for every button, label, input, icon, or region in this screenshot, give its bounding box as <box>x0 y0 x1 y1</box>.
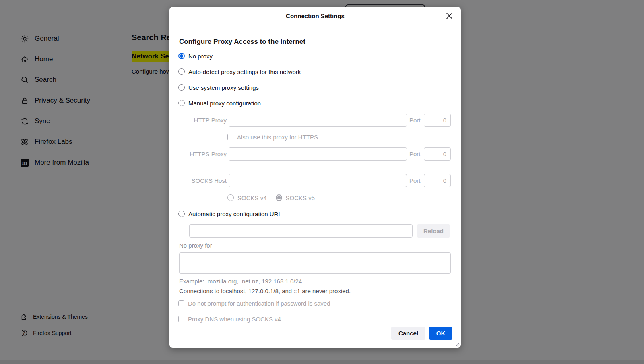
auto-url-input[interactable] <box>189 224 413 238</box>
radio-label: Automatic proxy configuration URL <box>188 211 282 217</box>
checkbox-proxy-dns[interactable]: Proxy DNS when using SOCKS v4 <box>178 315 281 323</box>
socks-version-group: SOCKS v4 SOCKS v5 <box>227 194 315 202</box>
radio-label: No proxy <box>188 53 213 60</box>
ok-button[interactable]: OK <box>429 327 452 340</box>
close-icon[interactable] <box>443 7 455 25</box>
socks-host-label: SOCKS Host <box>179 174 227 187</box>
radio-button-selected[interactable] <box>178 53 185 59</box>
https-port-label: Port <box>409 147 422 161</box>
socks-port-input[interactable] <box>424 174 451 187</box>
socks-port-label: Port <box>409 174 422 187</box>
radio-no-proxy[interactable]: No proxy <box>178 52 213 60</box>
dialog-heading: Configure Proxy Access to the Internet <box>179 38 305 46</box>
checkbox-label: Also use this proxy for HTTPS <box>237 134 318 141</box>
radio-label: Auto-detect proxy settings for this netw… <box>188 68 301 75</box>
https-proxy-input[interactable] <box>229 147 407 161</box>
radio-button[interactable] <box>178 84 185 91</box>
reload-button[interactable]: Reload <box>417 224 450 238</box>
radio-auto-url[interactable]: Automatic proxy configuration URL <box>178 210 282 218</box>
dialog-title: Connection Settings <box>169 7 461 25</box>
socks-host-input[interactable] <box>229 174 407 187</box>
no-proxy-for-label: No proxy for <box>179 242 212 249</box>
checkbox-box[interactable] <box>227 134 233 140</box>
radio-socks-v4[interactable] <box>227 194 234 201</box>
checkbox-label: Do not prompt for authentication if pass… <box>188 300 330 307</box>
http-proxy-input[interactable] <box>229 114 407 127</box>
checkbox-no-auth-prompt[interactable]: Do not prompt for authentication if pass… <box>178 299 330 307</box>
http-proxy-label: HTTP Proxy <box>179 114 227 127</box>
radio-label: Manual proxy configuration <box>188 100 261 107</box>
checkbox-box[interactable] <box>178 300 184 306</box>
radio-label: SOCKS v5 <box>286 194 315 201</box>
localhost-note: Connections to localhost, 127.0.0.1/8, a… <box>179 287 351 294</box>
https-proxy-label: HTTPS Proxy <box>179 147 227 161</box>
connection-settings-dialog: Connection Settings Configure Proxy Acce… <box>169 7 461 348</box>
checkbox-box[interactable] <box>178 316 184 322</box>
resize-grip-icon[interactable] <box>455 342 460 347</box>
cancel-button[interactable]: Cancel <box>391 327 425 340</box>
dialog-titlebar: Connection Settings <box>169 7 461 25</box>
checkbox-label: Proxy DNS when using SOCKS v4 <box>188 316 281 323</box>
radio-socks-v5[interactable] <box>276 194 282 201</box>
radio-label: SOCKS v4 <box>237 194 267 201</box>
window-bottom-edge <box>0 360 644 364</box>
radio-system-proxy[interactable]: Use system proxy settings <box>178 83 259 91</box>
radio-manual-proxy[interactable]: Manual proxy configuration <box>178 99 261 107</box>
radio-button[interactable] <box>178 100 185 106</box>
checkbox-also-https[interactable]: Also use this proxy for HTTPS <box>227 133 318 141</box>
radio-auto-detect[interactable]: Auto-detect proxy settings for this netw… <box>178 68 301 76</box>
radio-button[interactable] <box>178 68 185 75</box>
https-port-input[interactable] <box>424 147 451 161</box>
radio-label: Use system proxy settings <box>188 84 259 91</box>
radio-button[interactable] <box>178 211 185 217</box>
http-port-input[interactable] <box>424 114 451 127</box>
http-port-label: Port <box>409 114 422 127</box>
example-note: Example: .mozilla.org, .net.nz, 192.168.… <box>179 278 302 285</box>
no-proxy-for-textarea[interactable] <box>179 252 451 274</box>
